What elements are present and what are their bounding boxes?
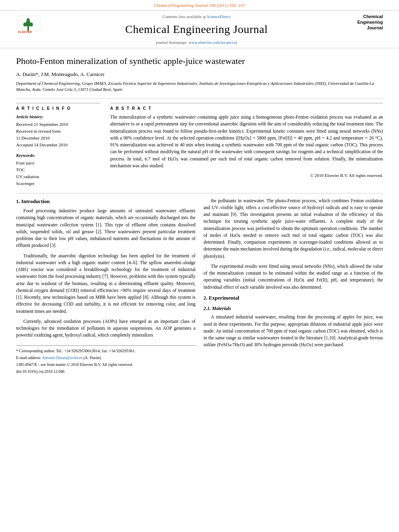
divider-1	[16, 99, 383, 99]
elsevier-logo-area: ELSEVIER	[16, 14, 42, 34]
svg-point-3	[27, 18, 30, 23]
keyword-3: UV radiation	[16, 174, 101, 180]
abstract-text: The mineralization of a synthetic wastew…	[110, 114, 383, 169]
main-content: Photo-Fenton mineralization of synthetic…	[0, 48, 399, 383]
authors-text: A. Durán*, J.M. Monteagudo, A. Carnicer	[16, 71, 105, 77]
footnote-email: E-mail address: Antonio.Duran@uclm.es (A…	[16, 355, 195, 361]
keyword-2: TOC	[16, 167, 101, 173]
body-right-col: the pollutants in wastewater. The photo-…	[204, 197, 383, 375]
intro-para-1: Food processing industries produce large…	[16, 207, 195, 249]
section21-title: 2.1. Materials	[204, 305, 383, 312]
svg-point-4	[23, 23, 27, 27]
right-para-2: The experimental results were fitted usi…	[204, 263, 383, 291]
footnote-email-link[interactable]: Antonio.Duran@uclm.es	[42, 355, 82, 360]
homepage-label: journal homepage:	[156, 40, 187, 45]
body-left-col: 1. Introduction Food processing industri…	[16, 197, 195, 375]
intro-para-3: Currently, advanced oxidation processes …	[16, 318, 195, 339]
footnote-corresponding: * Corresponding author. Tel.: +34 926295…	[16, 348, 195, 354]
section1-title: 1. Introduction	[16, 197, 195, 205]
keywords-label: Keywords:	[16, 152, 101, 159]
journal-name-line1: Chemical	[351, 14, 383, 19]
affiliation: Department of Chemical Engineering, Grup…	[16, 81, 383, 92]
journal-title: Chemical Engineering Journal	[50, 21, 343, 38]
homepage-line: journal homepage: www.elsevier.com/locat…	[50, 39, 343, 45]
abstract-heading: A B S T R A C T	[110, 106, 383, 112]
journal-name-line2: Engineering	[351, 19, 383, 25]
svg-text:ELSEVIER: ELSEVIER	[18, 31, 32, 33]
copyright-line: © 2010 Elsevier B.V. All rights reserved…	[110, 173, 383, 179]
body-content: 1. Introduction Food processing industri…	[16, 197, 383, 375]
article-info-abstract-section: A R T I C L E I N F O Article history: R…	[16, 103, 383, 187]
contents-available-line: Contents lists available at ScienceDirec…	[50, 14, 343, 20]
materials-para-1: A simulated industrial wastewater, resul…	[204, 314, 383, 348]
contents-text: Contents lists available at	[162, 14, 206, 19]
elsevier-logo-icon: ELSEVIER	[16, 14, 42, 34]
svg-point-5	[30, 23, 33, 27]
footnote-doi: doi:10.1016/j.cej.2010.12.046	[16, 368, 195, 374]
divider-2	[16, 193, 383, 193]
authors-line: A. Durán*, J.M. Monteagudo, A. Carnicer	[16, 71, 383, 78]
journal-name-line3: Journal	[351, 25, 383, 31]
keyword-1: Fruit juice	[16, 160, 101, 166]
journal-title-area: Contents lists available at ScienceDirec…	[42, 14, 351, 45]
right-para-1: the pollutants in wastewater. The photo-…	[204, 197, 383, 260]
footnote-email-label: E-mail address:	[16, 355, 42, 360]
article-info-heading: A R T I C L E I N F O	[16, 106, 101, 112]
footnote-issn: 1385-8947/$ – see front matter © 2010 El…	[16, 362, 195, 368]
abstract-panel: A B S T R A C T The mineralization of a …	[110, 103, 383, 187]
revised-label: Received in revised form	[16, 128, 101, 135]
footnote-email-name: (A. Durán).	[83, 355, 102, 360]
journal-citation-link[interactable]: Chemical Engineering Journal 168 (2011) …	[154, 3, 245, 8]
footnote-area: * Corresponding author. Tel.: +34 926295…	[16, 345, 195, 374]
section2-title: 2. Experimental	[204, 294, 383, 302]
journal-header: ELSEVIER Contents lists available at Sci…	[0, 10, 399, 48]
intro-para-2: Traditionally, the anaerobic digestion t…	[16, 253, 195, 315]
article-title: Photo-Fenton mineralization of synthetic…	[16, 55, 383, 67]
sciencedirect-link[interactable]: ScienceDirect	[207, 14, 230, 19]
journal-name-block: Chemical Engineering Journal	[351, 14, 383, 31]
keyword-4: Scavenger	[16, 181, 101, 187]
received-date: Received 21 September 2010	[16, 121, 101, 128]
article-info-panel: A R T I C L E I N F O Article history: R…	[16, 103, 101, 187]
article-history-label: Article history:	[16, 114, 101, 120]
accepted-date: Accepted 14 December 2010	[16, 142, 101, 148]
homepage-url[interactable]: www.elsevier.com/locate/cej	[189, 40, 237, 45]
top-bar: Chemical Engineering Journal 168 (2011) …	[0, 0, 399, 10]
revised-date: 11 December 2010	[16, 135, 101, 142]
